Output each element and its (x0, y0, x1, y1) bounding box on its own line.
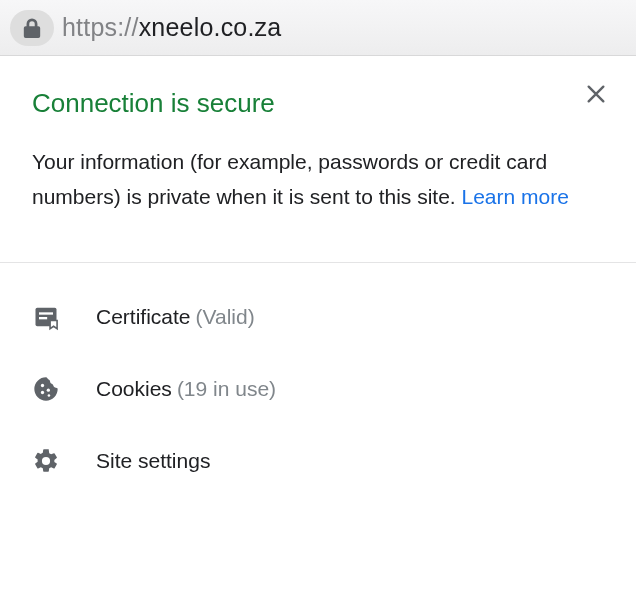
site-settings-label: Site settings (96, 449, 210, 473)
svg-rect-1 (39, 313, 53, 315)
gear-icon (32, 447, 96, 475)
svg-point-7 (48, 394, 51, 397)
close-button[interactable] (580, 78, 612, 110)
cookies-count: (19 in use) (177, 377, 276, 401)
cookie-icon (32, 375, 96, 403)
cookies-label: Cookies (96, 377, 172, 401)
url-text[interactable]: https://xneelo.co.za (62, 13, 281, 42)
site-settings-item[interactable]: Site settings (0, 425, 636, 497)
popup-header-section: Connection is secure Your information (f… (0, 56, 636, 263)
certificate-item[interactable]: Certificate (Valid) (0, 281, 636, 353)
svg-rect-2 (39, 317, 47, 319)
address-bar[interactable]: https://xneelo.co.za (0, 0, 636, 56)
svg-point-5 (41, 391, 44, 394)
lock-icon (23, 18, 41, 38)
close-icon (585, 83, 607, 105)
connection-status-title: Connection is secure (32, 88, 604, 119)
certificate-status: (Valid) (196, 305, 255, 329)
certificate-icon (32, 303, 96, 331)
url-protocol: https:// (62, 13, 139, 41)
site-info-popup: Connection is secure Your information (f… (0, 56, 636, 497)
certificate-label: Certificate (96, 305, 191, 329)
cookies-item[interactable]: Cookies (19 in use) (0, 353, 636, 425)
svg-marker-3 (50, 321, 57, 329)
svg-point-4 (41, 384, 44, 387)
learn-more-link[interactable]: Learn more (462, 185, 569, 208)
site-info-menu: Certificate (Valid) Cookies (19 in use) (0, 263, 636, 497)
lock-chip[interactable] (10, 10, 54, 46)
url-host: xneelo.co.za (139, 13, 282, 41)
svg-point-6 (47, 389, 50, 392)
connection-description: Your information (for example, passwords… (32, 145, 604, 214)
